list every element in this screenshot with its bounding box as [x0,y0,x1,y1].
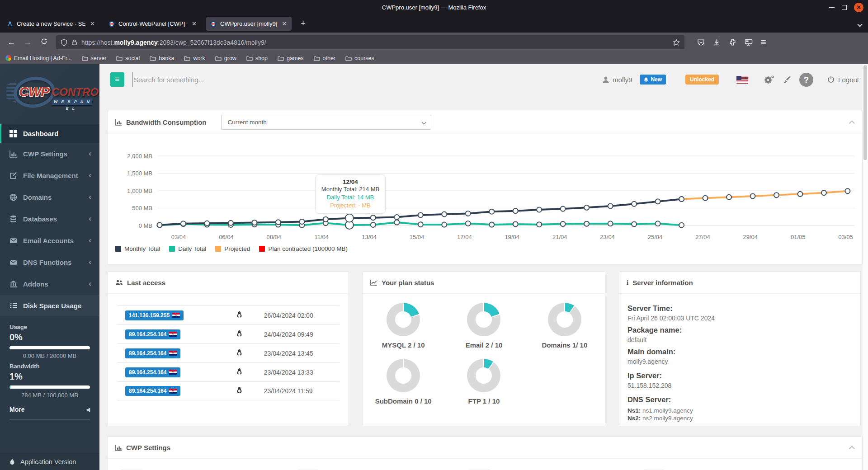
period-select[interactable]: Current month [221,115,431,130]
bookmark-folder-shop[interactable]: shop [246,55,268,61]
bar-chart-icon [9,150,17,158]
sidebar-toggle-button[interactable]: ≡ [110,72,124,87]
sidebar-item-email-accounts[interactable]: Email Accounts ‹ [0,230,99,251]
access-date: 24/04/2024 09:49 [264,331,340,338]
donut-chart [467,359,500,392]
ip-badge[interactable]: 89.164.254.164 [125,329,180,339]
bookmark-folder-grow[interactable]: grow [215,55,236,61]
sidebar-item-dashboard[interactable]: Dashboard [0,124,99,143]
svg-text:03/04: 03/04 [171,234,186,240]
svg-text:15/04: 15/04 [410,234,425,240]
reload-button[interactable] [37,38,51,47]
chevron-left-icon: ‹ [89,214,91,223]
cwp-favicon [210,21,217,27]
ip-badge[interactable]: 89.164.254.164 [125,386,180,396]
forward-button[interactable]: → [21,38,34,47]
new-notifications-badge[interactable]: New [640,75,666,85]
last-access-panel: Last access 141.136.159.255 26/04/2024 0… [108,271,349,426]
usage-label: Usage [9,324,90,330]
tab-close-icon[interactable]: ✕ [191,20,198,27]
new-tab-button[interactable]: + [296,19,310,28]
linux-penguin-icon [236,368,242,375]
window-close-button[interactable]: ✕ [854,3,863,12]
window-title: CWPpro.user [molly9] — Mozilla Firefox [382,4,486,11]
url-bar[interactable]: https://host.molly9.agency:2083/cwp_5206… [56,35,684,49]
screenshot-icon[interactable] [745,38,753,46]
bookmark-email-hosting[interactable]: Email Hosting | Ad-Fr... [5,55,72,61]
chevron-down-icon [422,120,426,124]
bandwidth-chart[interactable]: 2,000 MB1,500 MB1,000 MB500 MB0 MB03/040… [111,137,859,244]
bookmark-star-icon[interactable] [673,39,680,46]
user-menu[interactable]: molly9 [602,76,632,84]
sidebar-item-domains[interactable]: Domains ‹ [0,186,99,208]
extensions-icon[interactable] [729,38,736,46]
pocket-icon[interactable] [697,38,705,46]
folder-icon [116,56,123,61]
svg-text:21/04: 21/04 [552,234,567,240]
svg-text:29/04: 29/04 [743,234,758,240]
ip-badge[interactable]: 89.164.254.164 [125,348,180,358]
ip-badge[interactable]: 89.164.254.164 [125,367,180,377]
back-button[interactable]: ← [5,38,18,47]
settings-gears-icon[interactable] [764,75,775,85]
bookmarks-bar: Email Hosting | Ad-Fr... server social b… [0,52,868,64]
croatia-flag-icon [169,351,177,356]
bookmark-folder-games[interactable]: games [278,55,304,61]
tab-label: Create a new Service - SEO‎ [17,20,85,27]
svg-text:1,000 MB: 1,000 MB [127,188,152,194]
main-domain-value: molly9.agency [627,358,852,365]
more-toggle[interactable]: More ◀ [9,406,90,413]
list-all-tabs-icon[interactable] [858,20,862,28]
menu-icon[interactable]: ≡ [761,37,766,47]
legend-projected: Projected [215,245,250,252]
sidebar-item-dns-functions[interactable]: DNS Functions ‹ [0,251,99,273]
svg-text:06/04: 06/04 [219,234,234,240]
tab-close-icon[interactable]: ✕ [281,20,288,27]
legend-plan-contracted: Plan contracted (100000 MB) [259,245,348,252]
collapse-panel-icon[interactable] [849,446,855,451]
window-minimize-button[interactable] [829,7,835,8]
sidebar-item-databases[interactable]: Databases ‹ [0,208,99,230]
help-button[interactable]: ? [799,73,813,87]
unlocked-badge[interactable]: Unlocked [685,75,719,85]
svg-text:03/05: 03/05 [838,234,853,240]
tab-label: CWPpro.user [molly9] [220,20,277,27]
bookmark-folder-other[interactable]: other [314,55,336,61]
sidebar-item-addons[interactable]: Addons ‹ [0,273,99,295]
tab-bar: Create a new Service - SEO‎ ✕ Control-We… [0,15,868,33]
droplet-icon [9,458,15,465]
window-restore-button[interactable] [842,5,847,10]
svg-text:23/04: 23/04 [600,234,615,240]
bookmark-folder-server[interactable]: server [82,55,107,61]
language-flag-us[interactable] [736,76,748,84]
bookmark-folder-banka[interactable]: banka [150,55,174,61]
sidebar-divider [9,419,90,420]
sidebar-item-cwp-settings[interactable]: CWP Settings ‹ [0,143,99,164]
collapse-panel-icon[interactable] [849,120,855,126]
sidebar-item-file-management[interactable]: File Management ‹ [0,164,99,186]
sidebar-item-disk-space-usage[interactable]: Disk Space Usage [0,295,99,316]
bookmark-folder-social[interactable]: social [116,55,140,61]
tab-cwppro-user[interactable]: CWPpro.user [molly9] ✕ [206,17,292,31]
tab-close-icon[interactable]: ✕ [89,20,96,27]
usage-percent: 0% [9,332,90,343]
main-domain-label: Main domain: [627,348,852,356]
scrollbar-thumb[interactable] [863,65,867,160]
tab-label: Control-WebPanel [CWP] – F [118,20,187,27]
page-scrollbar[interactable] [863,64,868,470]
tab-create-service[interactable]: Create a new Service - SEO‎ ✕ [3,17,100,31]
ip-badge[interactable]: 141.136.159.255 [125,310,184,320]
theme-brush-icon[interactable] [783,75,792,84]
folder-icon [314,56,320,61]
bookmark-folder-courses[interactable]: courses [345,55,374,61]
cwp-logo[interactable]: CWP CONTROL W E B P A N E L [0,64,99,124]
tab-control-webpanel[interactable]: Control-WebPanel [CWP] – F ✕ [104,17,202,31]
table-row: 141.136.159.255 26/04/2024 02:00 [117,306,340,324]
table-row: 89.164.254.164 23/04/2024 13:45 [117,343,340,362]
logout-button[interactable]: Logout [827,76,859,84]
application-version[interactable]: Application Version [0,453,99,470]
downloads-icon[interactable] [713,38,721,46]
search-input[interactable] [132,72,421,87]
server-time-value: Fri April 26 02:00:03 UTC 2024 [627,315,852,322]
bookmark-folder-work[interactable]: work [184,55,205,61]
